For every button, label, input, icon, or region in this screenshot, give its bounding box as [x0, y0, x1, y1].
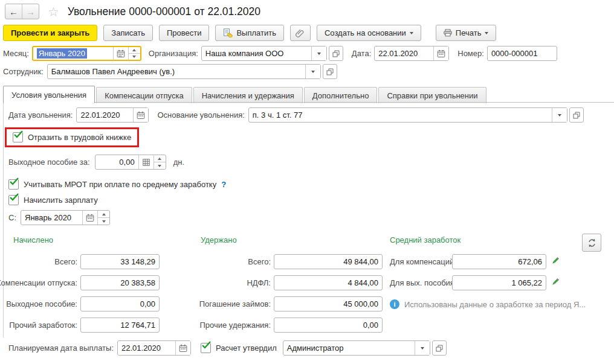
- spin-down-icon[interactable]: [154, 162, 166, 169]
- dropdown-caret-icon[interactable]: [415, 341, 430, 355]
- organization-field[interactable]: Наша компания ООО: [201, 46, 327, 61]
- tab-accruals-deductions[interactable]: Начисления и удержания: [193, 87, 303, 103]
- date-value[interactable]: 22.01.2020: [375, 46, 433, 60]
- dismissal-reason-field[interactable]: п. 3 ч. 1 ст. 77: [248, 107, 567, 123]
- spin-up-icon[interactable]: [129, 47, 140, 53]
- spin-down-icon[interactable]: [129, 53, 140, 60]
- other-earnings-field[interactable]: 12 764,71: [80, 318, 160, 333]
- planned-payment-date-field[interactable]: 22.01.2020: [117, 340, 191, 356]
- planned-payment-date-value[interactable]: 22.01.2020: [118, 341, 175, 355]
- calculator-icon[interactable]: [138, 155, 154, 169]
- title-row: ← → ☆ Увольнение 0000-000001 от 22.01.20…: [5, 4, 260, 19]
- avg-for-compensation-value[interactable]: 672,06: [453, 255, 546, 269]
- withheld-total-field[interactable]: 49 844,00: [274, 254, 383, 269]
- checkbox-checked-icon[interactable]: [13, 132, 23, 142]
- open-employee-icon[interactable]: [323, 64, 337, 79]
- mrot-label: Учитывать МРОТ при оплате по среднему за…: [24, 180, 216, 189]
- tab-dismissal-conditions[interactable]: Условия увольнения: [3, 86, 95, 103]
- accrued-total-field[interactable]: 33 148,29: [80, 254, 160, 269]
- checkbox-checked-icon[interactable]: [8, 195, 19, 205]
- month-field[interactable]: Январь 2020: [32, 46, 141, 61]
- severance-pay-field[interactable]: 0,00: [95, 155, 166, 170]
- number-value[interactable]: 0000-000001: [488, 46, 557, 60]
- open-approver-icon[interactable]: [432, 340, 447, 356]
- vacation-compensation-value[interactable]: 20 383,58: [81, 276, 159, 290]
- tab-dismissal-certificates[interactable]: Справки при увольнении: [378, 87, 486, 103]
- post-button[interactable]: Провести: [159, 25, 210, 41]
- spin-up-icon[interactable]: [98, 211, 109, 217]
- approver-value[interactable]: Администратор: [283, 341, 415, 355]
- print-button[interactable]: Печать: [436, 25, 497, 41]
- calendar-icon[interactable]: [82, 211, 97, 225]
- dismissal-date-value[interactable]: 22.01.2020: [77, 108, 133, 122]
- open-organization-icon[interactable]: [329, 46, 343, 61]
- month-value[interactable]: Январь 2020: [37, 48, 87, 59]
- dropdown-caret-icon[interactable]: [552, 108, 567, 122]
- avg-for-severance-field[interactable]: 1 065,22: [452, 275, 546, 290]
- mrot-checkbox-row[interactable]: Учитывать МРОТ при оплате по среднему за…: [8, 179, 226, 190]
- employee-value[interactable]: Балмашов Павел Андреевич (ув.): [48, 65, 305, 78]
- chevron-down-icon: [410, 32, 413, 34]
- help-question-icon[interactable]: ?: [221, 180, 226, 189]
- open-dismissal-reason-icon[interactable]: [569, 107, 584, 123]
- other-earnings-value[interactable]: 12 764,71: [81, 318, 159, 332]
- other-earnings-label: Прочий заработок:: [6, 321, 77, 330]
- other-deductions-value[interactable]: 0,00: [274, 318, 382, 332]
- dropdown-caret-icon[interactable]: [311, 46, 326, 60]
- pay-button[interactable]: Выплатить: [215, 25, 284, 41]
- severance-pay-label: Выходное пособие за:: [8, 158, 90, 167]
- average-earnings-note-row: i Использованы данные о заработке за пер…: [390, 299, 586, 309]
- severance-pay-value[interactable]: 0,00: [95, 155, 138, 169]
- approver-field[interactable]: Администратор: [283, 340, 430, 356]
- post-and-close-button[interactable]: Провести и закрыть: [3, 25, 97, 41]
- chevron-down-icon: [485, 32, 488, 34]
- dismissal-date-field[interactable]: 22.01.2020: [76, 107, 149, 123]
- refresh-icon: [587, 238, 596, 247]
- calendar-icon[interactable]: [113, 47, 128, 60]
- reflect-labor-book-checkbox-row[interactable]: Отразить в трудовой книжке: [13, 132, 131, 142]
- checkbox-checked-icon[interactable]: [201, 343, 211, 353]
- other-deductions-field[interactable]: 0,00: [274, 318, 383, 333]
- severance-benefit-field[interactable]: 0,00: [80, 296, 160, 311]
- attachments-button[interactable]: [290, 25, 311, 41]
- severance-benefit-value[interactable]: 0,00: [81, 297, 159, 311]
- create-based-on-button[interactable]: Создать на основании: [317, 25, 421, 41]
- calendar-icon[interactable]: [133, 108, 148, 122]
- favorite-star-icon[interactable]: ☆: [48, 5, 59, 18]
- from-month-field[interactable]: Январь 2020: [21, 210, 110, 225]
- edit-pencil-icon[interactable]: [550, 277, 560, 287]
- date-field[interactable]: 22.01.2020: [374, 46, 449, 61]
- from-month-value[interactable]: Январь 2020: [21, 211, 82, 225]
- from-label: С:: [8, 213, 16, 222]
- avg-for-severance-value[interactable]: 1 065,22: [453, 276, 546, 290]
- accrued-total-value[interactable]: 33 148,29: [81, 255, 159, 269]
- tab-strip: Условия увольнения Компенсации отпуска Н…: [3, 86, 488, 103]
- back-arrow-icon[interactable]: ←: [5, 4, 22, 19]
- calendar-icon[interactable]: [175, 341, 190, 355]
- tab-additional[interactable]: Дополнительно: [304, 87, 378, 103]
- ndfl-field[interactable]: 4 844,00: [274, 275, 383, 290]
- dismissal-reason-value[interactable]: п. 3 ч. 1 ст. 77: [249, 108, 552, 122]
- save-button[interactable]: Записать: [103, 25, 153, 41]
- ndfl-value[interactable]: 4 844,00: [274, 276, 382, 290]
- spin-down-icon[interactable]: [98, 217, 109, 225]
- number-field[interactable]: 0000-000001: [487, 46, 557, 61]
- calendar-icon[interactable]: [433, 46, 448, 60]
- refresh-button[interactable]: [582, 234, 601, 252]
- employee-field[interactable]: Балмашов Павел Андреевич (ув.): [47, 64, 321, 79]
- accrue-salary-checkbox-row[interactable]: Начислить зарплату: [8, 195, 98, 205]
- spin-up-icon[interactable]: [154, 155, 166, 162]
- edit-pencil-icon[interactable]: [550, 256, 560, 266]
- tab-vacation-compensation[interactable]: Компенсации отпуска: [96, 87, 192, 103]
- avg-for-compensation-field[interactable]: 672,06: [452, 254, 546, 269]
- withheld-total-value[interactable]: 49 844,00: [274, 255, 382, 269]
- loan-repayment-value[interactable]: 45 000,00: [274, 297, 382, 311]
- avg-for-severance-label: Для вых. пособия:: [390, 278, 457, 287]
- forward-arrow-icon[interactable]: →: [22, 4, 39, 19]
- checkbox-checked-icon[interactable]: [8, 179, 19, 190]
- dropdown-caret-icon[interactable]: [305, 65, 320, 78]
- approved-checkbox-row[interactable]: Расчет утвердил: [201, 343, 277, 353]
- organization-value[interactable]: Наша компания ООО: [202, 46, 311, 60]
- vacation-compensation-field[interactable]: 20 383,58: [80, 275, 160, 290]
- loan-repayment-field[interactable]: 45 000,00: [274, 296, 383, 311]
